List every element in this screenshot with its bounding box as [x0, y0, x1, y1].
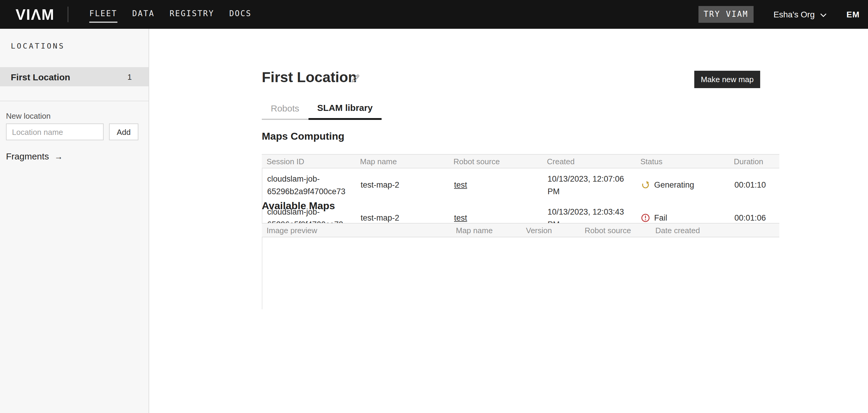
- available-maps-table: Image previewMap nameVersionRobot source…: [262, 223, 779, 309]
- maps-computing-table-header: Session IDMap nameRobot sourceCreatedSta…: [262, 154, 779, 169]
- column-header: Image preview: [262, 226, 451, 235]
- status-label: Fail: [654, 212, 667, 224]
- user-menu[interactable]: EM: [846, 9, 860, 19]
- nav-link-docs[interactable]: DOCS: [229, 5, 252, 24]
- sidebar-divider: [0, 101, 149, 101]
- robot-source-link[interactable]: test: [454, 213, 467, 223]
- table-row: cloudslam-job-65296b2a9f4700ce73 test-ma…: [262, 169, 779, 201]
- column-header: Session ID: [262, 157, 355, 166]
- session-id-cell: cloudslam-job-65296b2a9f4700ce73: [262, 172, 356, 198]
- column-header: Robot source: [449, 157, 542, 166]
- column-header: Version: [521, 226, 580, 235]
- available-maps-table-header: Image previewMap nameVersionRobot source…: [262, 223, 779, 237]
- robot-source-cell: test: [449, 212, 543, 224]
- location-robot-count: 1: [128, 72, 132, 81]
- main-content: First Location Make new map RobotsSLAM l…: [149, 29, 868, 413]
- tab-bar: RobotsSLAM library: [262, 97, 381, 120]
- add-location-button[interactable]: Add: [109, 123, 138, 140]
- org-switcher[interactable]: Esha's Org: [773, 9, 827, 19]
- tab-slam-library[interactable]: SLAM library: [308, 97, 381, 120]
- nav-link-fleet[interactable]: FLEET: [89, 5, 117, 24]
- page-title: First Location: [262, 68, 357, 86]
- chevron-down-icon: [820, 9, 827, 19]
- viam-app: VIΛM FLEETDATAREGISTRYDOCS TRY VIAM Esha…: [0, 0, 868, 413]
- nav-right-group: TRY VIAM Esha's Org EM: [698, 6, 868, 23]
- column-header: Date created: [651, 226, 779, 235]
- location-list: First Location 1: [0, 67, 149, 86]
- locations-sidebar: LOCATIONS First Location 1 New location …: [0, 29, 149, 413]
- maps-computing-heading: Maps Computing: [262, 131, 344, 143]
- pencil-icon: [350, 76, 360, 85]
- status-cell: Fail: [636, 212, 730, 224]
- available-maps-table-body: [262, 237, 779, 309]
- nav-divider: [68, 7, 68, 22]
- duration-cell: 00:01:06: [730, 212, 779, 224]
- location-name: First Location: [11, 71, 128, 82]
- top-nav: VIΛM FLEETDATAREGISTRYDOCS TRY VIAM Esha…: [0, 0, 868, 29]
- nav-link-registry[interactable]: REGISTRY: [169, 5, 214, 24]
- try-viam-button[interactable]: TRY VIAM: [698, 6, 753, 23]
- tab-robots[interactable]: Robots: [262, 97, 308, 120]
- map-name-cell: test-map-2: [356, 212, 449, 224]
- location-list-item[interactable]: First Location 1: [0, 67, 149, 86]
- nav-links: FLEETDATAREGISTRYDOCS: [89, 5, 252, 24]
- arrow-right-icon: →: [54, 151, 63, 161]
- sidebar-heading: LOCATIONS: [11, 41, 65, 50]
- available-maps-heading: Available Maps: [262, 200, 335, 212]
- robot-source-link[interactable]: test: [454, 180, 467, 189]
- edit-location-name-button[interactable]: [349, 73, 361, 85]
- nav-link-data[interactable]: DATA: [132, 5, 155, 24]
- column-header: Map name: [451, 226, 521, 235]
- status-cell: Generating: [636, 179, 730, 191]
- make-new-map-button[interactable]: Make new map: [694, 71, 760, 88]
- fragments-link[interactable]: Fragments →: [6, 151, 63, 161]
- created-cell: 10/13/2023, 12:07:06 PM: [543, 172, 636, 198]
- status-label: Generating: [654, 179, 694, 191]
- column-header: Created: [542, 157, 636, 166]
- viam-logo[interactable]: VIΛM: [16, 7, 55, 22]
- new-location-label: New location: [6, 112, 51, 120]
- map-name-cell: test-map-2: [356, 179, 449, 191]
- column-header: Status: [636, 157, 729, 166]
- generating-icon: [641, 180, 650, 189]
- org-name: Esha's Org: [773, 9, 815, 19]
- column-header: Duration: [729, 157, 779, 166]
- duration-cell: 00:01:10: [730, 179, 779, 191]
- column-header: Map name: [355, 157, 449, 166]
- column-header: Robot source: [580, 226, 651, 235]
- robot-source-cell: test: [449, 179, 543, 191]
- new-location-input[interactable]: [6, 123, 104, 140]
- fail-icon: [641, 213, 650, 223]
